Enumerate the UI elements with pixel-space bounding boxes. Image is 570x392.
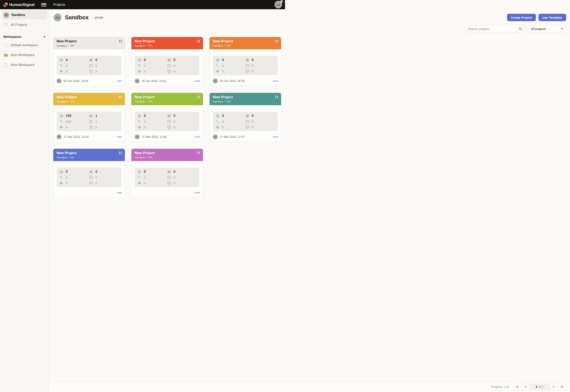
project-card-body: 0 0 0 (209, 105, 281, 132)
stat-predictions: 0 (138, 64, 167, 67)
more-options-button[interactable] (117, 136, 121, 138)
project-card[interactable]: New Project Sandbox • 0% 0 (209, 37, 281, 86)
sparkles-icon (59, 120, 63, 123)
project-card-header[interactable]: New Project Sandbox • 1% (53, 93, 125, 105)
star-icon (59, 69, 63, 73)
pause-icon[interactable] (275, 95, 278, 99)
stat-predictions: 0 (59, 64, 89, 67)
project-card-header[interactable]: New Project Sandbox • 0% (132, 149, 203, 161)
sidebar: CA Sandbox All Projects Workspaces + Def… (0, 9, 49, 196)
sidebar-item-sandbox[interactable]: CA Sandbox (1, 11, 47, 19)
star-icon (59, 181, 63, 185)
tasks-icon (216, 58, 219, 62)
stat-tasks: 0 (216, 58, 245, 62)
stat-value: 0 (66, 64, 67, 67)
project-card-header[interactable]: New Project Sandbox • 0% (53, 37, 125, 49)
tasks-icon (138, 114, 141, 118)
humansignal-logo-icon (3, 2, 8, 7)
stat-predictions: 0 (138, 175, 167, 179)
user-avatar-initials: CA (276, 3, 280, 6)
stat-value: 0 (95, 125, 97, 129)
stat-value: 0 (144, 170, 146, 174)
project-date: 27 Mar 2024, 15:43 (64, 135, 88, 139)
stat-bounding-boxes: 0 (245, 120, 275, 123)
more-options-button[interactable] (274, 81, 278, 82)
project-card-header[interactable]: New Project Sandbox • 0% (209, 37, 281, 49)
project-workspace: Sandbox (57, 44, 67, 47)
project-card[interactable]: New Project Sandbox • 0% 0 (209, 93, 281, 142)
project-subtitle: Sandbox • 0% (57, 156, 122, 159)
stat-tasks: 0 (138, 114, 167, 118)
stat-value: 0 (66, 170, 68, 174)
stat-starred: 0 (138, 69, 167, 73)
sidebar-item-default-workspace[interactable]: Default workspace (1, 41, 47, 50)
project-card-header[interactable]: New Project Sandbox • 0% (132, 37, 203, 49)
pause-icon[interactable] (119, 151, 122, 154)
project-owner-avatar: CA (135, 79, 140, 84)
project-date: 05 Jun 2024, 09:29 (220, 79, 245, 83)
page-title: Sandbox (65, 14, 89, 21)
project-title: New Project (135, 95, 200, 100)
project-card-footer: CA 05 Jun 2024, 10:03 (53, 76, 125, 86)
stat-value: 0 (144, 70, 146, 73)
user-avatar[interactable]: CA (275, 1, 282, 8)
stat-value: 0 (66, 125, 67, 129)
project-subtitle: Sandbox • 0% (213, 44, 278, 47)
more-options-button[interactable] (195, 136, 200, 138)
project-card[interactable]: New Project Sandbox • 0% 0 (53, 37, 125, 86)
brand-name: HumanSignal (9, 2, 35, 7)
project-card[interactable]: New Project Sandbox • 0% 0 (131, 37, 203, 86)
project-workspace: Sandbox (213, 100, 223, 103)
project-date: 27 Mar 2024, 12:50 (142, 135, 167, 139)
more-options-button[interactable] (117, 81, 121, 82)
stat-value: 0 (144, 176, 146, 179)
sidebar-item-label: Sandbox (11, 13, 25, 17)
sidebar-item-new-workspace-2[interactable]: New Workspace (1, 61, 47, 69)
stat-skipped: 0 (89, 125, 119, 129)
project-stats-panel: 100 1 200 (57, 112, 121, 131)
pause-icon[interactable] (119, 95, 122, 99)
project-card-body: 0 0 0 (132, 105, 203, 132)
dot-separator: • (146, 44, 147, 47)
more-options-button[interactable] (195, 81, 200, 82)
check-square-icon (167, 170, 171, 174)
project-card[interactable]: New Project Sandbox • 0% 0 (131, 149, 203, 196)
menu-icon[interactable] (41, 3, 46, 7)
stat-value: 0 (222, 58, 224, 62)
more-options-button[interactable] (274, 136, 278, 138)
project-card[interactable]: New Project Sandbox • 0% 0 (53, 149, 125, 196)
sparkles-icon (59, 175, 63, 179)
stat-bounding-boxes: 0 (89, 175, 119, 179)
project-card-footer: CA 27 Mar 2024, 15:43 (53, 132, 125, 142)
pause-icon[interactable] (275, 40, 278, 43)
stat-skipped: 0 (89, 69, 119, 73)
project-workspace: Sandbox (213, 44, 223, 47)
brand[interactable]: HumanSignal (3, 2, 41, 7)
stat-value: 0 (66, 58, 68, 62)
more-options-button[interactable] (195, 192, 200, 193)
project-card-header[interactable]: New Project Sandbox • 0% (209, 93, 281, 105)
pause-icon[interactable] (197, 95, 200, 99)
project-card[interactable]: New Project Sandbox • 0% 0 (131, 93, 203, 142)
more-options-button[interactable] (117, 192, 121, 193)
star-icon (138, 125, 141, 129)
pause-icon[interactable] (119, 40, 122, 43)
project-stats-panel: 0 0 0 (135, 112, 199, 131)
add-workspace-button[interactable]: + (43, 35, 46, 39)
project-date: 05 Jun 2024, 10:01 (142, 79, 166, 83)
project-card-header[interactable]: New Project Sandbox • 0% (132, 93, 203, 105)
check-square-icon (245, 58, 249, 62)
stat-value: 0 (66, 181, 67, 185)
sidebar-item-all-projects[interactable]: All Projects (1, 21, 47, 29)
stat-skipped: 0 (245, 69, 275, 73)
stat-annotations: 0 (245, 58, 275, 62)
stat-skipped: 0 (89, 181, 119, 185)
project-subtitle: Sandbox • 0% (213, 100, 278, 103)
sidebar-item-new-workspace-1[interactable]: New Workspace (1, 51, 47, 59)
project-card[interactable]: New Project Sandbox • 1% 100 (53, 93, 125, 142)
sidebar-item-label: All Projects (11, 23, 27, 27)
pause-icon[interactable] (197, 151, 200, 154)
project-card-header[interactable]: New Project Sandbox • 0% (53, 149, 125, 161)
project-owner-avatar: CA (57, 134, 61, 139)
pause-icon[interactable] (197, 40, 200, 43)
